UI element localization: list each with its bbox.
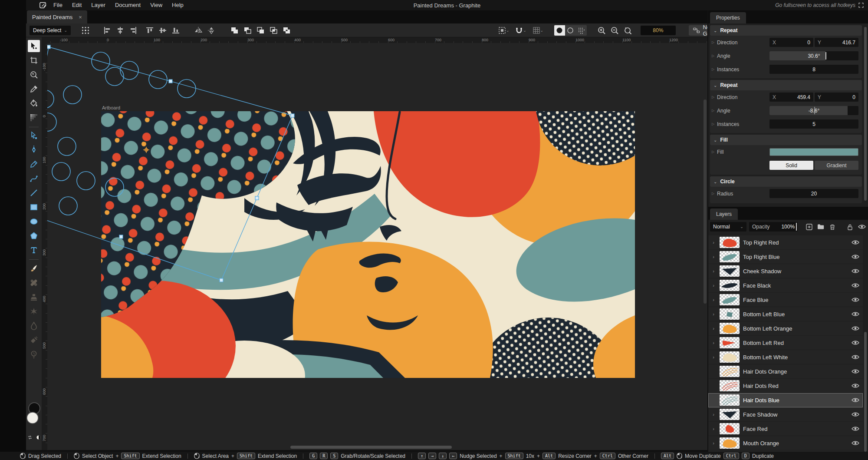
- artboard-label[interactable]: Artboard: [102, 105, 120, 110]
- align-right-button[interactable]: [128, 25, 138, 36]
- layer-expand-icon[interactable]: ›: [711, 240, 716, 245]
- pivot-position-button[interactable]: [80, 25, 91, 36]
- polygon-tool[interactable]: [28, 230, 40, 242]
- menu-file[interactable]: File: [49, 0, 67, 10]
- layer-row-bottom-left-white[interactable]: ›Bottom Left White: [708, 350, 863, 364]
- boolean-intersect-button[interactable]: [269, 25, 279, 36]
- fill-header[interactable]: ⌄Fill: [710, 135, 862, 145]
- boolean-union-button[interactable]: [230, 25, 240, 36]
- swap-colors-icon[interactable]: [27, 435, 33, 440]
- expand-icon[interactable]: ▷: [712, 122, 717, 126]
- delete-layer-button[interactable]: [828, 222, 837, 232]
- layer-expand-icon[interactable]: ›: [711, 412, 716, 417]
- spline-tool[interactable]: [28, 172, 40, 185]
- layer-expand-icon[interactable]: ›: [711, 440, 716, 446]
- layer-row-top-right-blue[interactable]: ›Top Right Blue: [708, 250, 863, 264]
- layer-row-face-black[interactable]: ›Face Black: [708, 278, 863, 293]
- align-top-button[interactable]: [145, 25, 155, 36]
- layer-row-bottom-left-orange[interactable]: ›Bottom Left Orange: [708, 321, 863, 336]
- blend-mode-dropdown[interactable]: Normal⌄: [710, 222, 746, 232]
- tab-close-icon[interactable]: ×: [79, 14, 82, 20]
- layers-scrollbar[interactable]: [864, 332, 867, 452]
- layer-row-bottom-left-blue[interactable]: ›Bottom Left Blue: [708, 307, 863, 321]
- zoom-in-button[interactable]: [597, 25, 607, 36]
- layer-expand-icon[interactable]: ›: [711, 283, 716, 288]
- layer-expand-icon[interactable]: ›: [711, 426, 716, 431]
- layer-expand-icon[interactable]: ›: [711, 326, 716, 331]
- artboard-tool[interactable]: [28, 54, 40, 66]
- circle-radius-input[interactable]: 20: [769, 189, 858, 198]
- layer-row-mouth-orange[interactable]: ›Mouth Orange: [708, 436, 863, 450]
- zoom-reset-button[interactable]: [623, 25, 633, 36]
- snapping-dropdown[interactable]: ⌄: [514, 25, 527, 36]
- layer-row-bottom-left-red[interactable]: ›Bottom Left Red: [708, 336, 863, 350]
- expand-icon[interactable]: ▷: [712, 109, 717, 113]
- layer-visibility-icon[interactable]: [852, 369, 859, 374]
- fill-solid-button[interactable]: Solid: [769, 161, 813, 170]
- patterns-tool[interactable]: [28, 305, 40, 318]
- menu-edit[interactable]: Edit: [67, 0, 86, 10]
- view-mode-outline-button[interactable]: [565, 25, 576, 36]
- visibility-icon[interactable]: [857, 222, 866, 232]
- layer-row-top-right-red[interactable]: ›Top Right Red: [708, 235, 863, 250]
- eyedropper-tool[interactable]: [28, 83, 40, 95]
- layer-expand-icon[interactable]: ›: [711, 354, 716, 360]
- layer-visibility-icon[interactable]: [852, 326, 859, 331]
- expand-icon[interactable]: ▷: [712, 150, 717, 154]
- expand-icon[interactable]: ▷: [712, 54, 717, 58]
- align-bottom-button[interactable]: [171, 25, 181, 36]
- lock-icon[interactable]: [845, 222, 855, 232]
- flip-vertical-button[interactable]: [206, 25, 217, 36]
- graphite-logo-icon[interactable]: [38, 0, 49, 10]
- layer-visibility-icon[interactable]: [852, 397, 859, 403]
- layer-row-face-red[interactable]: ›Face Red: [708, 422, 863, 436]
- layer-visibility-icon[interactable]: [852, 254, 859, 259]
- freehand-tool[interactable]: [28, 158, 40, 170]
- layer-row-hair-dots-blue[interactable]: Hair Dots Blue: [708, 393, 863, 407]
- layer-visibility-icon[interactable]: [852, 426, 859, 431]
- selection-depth-dropdown[interactable]: Deep Select⌄: [30, 26, 71, 35]
- repeat1-instances-input[interactable]: 8: [769, 65, 858, 74]
- expand-icon[interactable]: ▷: [712, 192, 717, 195]
- navigate-tool[interactable]: [28, 69, 40, 81]
- document-tab[interactable]: Painted Dreams ×: [27, 10, 87, 23]
- selection-display-dropdown[interactable]: ⌄: [497, 25, 510, 36]
- new-folder-button[interactable]: [816, 222, 825, 232]
- tab-layers[interactable]: Layers: [710, 208, 738, 220]
- menu-help[interactable]: Help: [167, 0, 188, 10]
- working-colors[interactable]: [26, 400, 42, 431]
- imaginate-tool[interactable]: [28, 348, 40, 361]
- boolean-subtract-front-button[interactable]: [243, 25, 253, 36]
- layer-row-face-blue[interactable]: ›Face Blue: [708, 293, 863, 307]
- layer-visibility-icon[interactable]: [852, 311, 859, 317]
- fill-gradient-button[interactable]: Gradient: [815, 161, 858, 170]
- flip-horizontal-button[interactable]: [193, 25, 204, 36]
- select-tool[interactable]: [28, 40, 40, 52]
- layer-expand-icon[interactable]: ›: [711, 311, 716, 317]
- viewport-canvas[interactable]: Artboard: [47, 43, 707, 450]
- grid-dropdown[interactable]: ⌄: [531, 25, 545, 36]
- repeat1-direction-y-input[interactable]: Y416.7: [815, 38, 858, 47]
- boolean-difference-button[interactable]: [282, 25, 292, 36]
- heal-tool[interactable]: [28, 277, 40, 289]
- align-left-button[interactable]: [102, 25, 112, 36]
- layer-expand-icon[interactable]: ›: [711, 268, 716, 274]
- layer-visibility-icon[interactable]: [852, 340, 859, 345]
- layer-row-cheek-shadow[interactable]: ›Cheek Shadow: [708, 264, 863, 278]
- zoom-level-input[interactable]: 80%: [641, 26, 676, 35]
- ellipse-tool[interactable]: [28, 215, 40, 228]
- layer-row-hair-dots-orange[interactable]: Hair Dots Orange: [708, 364, 863, 379]
- menu-layer[interactable]: Layer: [86, 0, 110, 10]
- layer-row-face-shadow[interactable]: ›Face Shadow: [708, 407, 863, 422]
- expand-icon[interactable]: ▷: [712, 40, 717, 44]
- layer-expand-icon[interactable]: ›: [711, 297, 716, 302]
- layer-visibility-icon[interactable]: [852, 412, 859, 417]
- repeat-2-header[interactable]: ⌄Repeat: [710, 80, 862, 90]
- layer-visibility-icon[interactable]: [852, 440, 859, 446]
- clone-tool[interactable]: [28, 291, 40, 303]
- relight-tool[interactable]: [28, 334, 40, 346]
- menu-document[interactable]: Document: [110, 0, 145, 10]
- line-tool[interactable]: [28, 187, 40, 199]
- circle-header[interactable]: ⌄Circle: [710, 176, 862, 187]
- properties-scrollbar[interactable]: [864, 27, 867, 201]
